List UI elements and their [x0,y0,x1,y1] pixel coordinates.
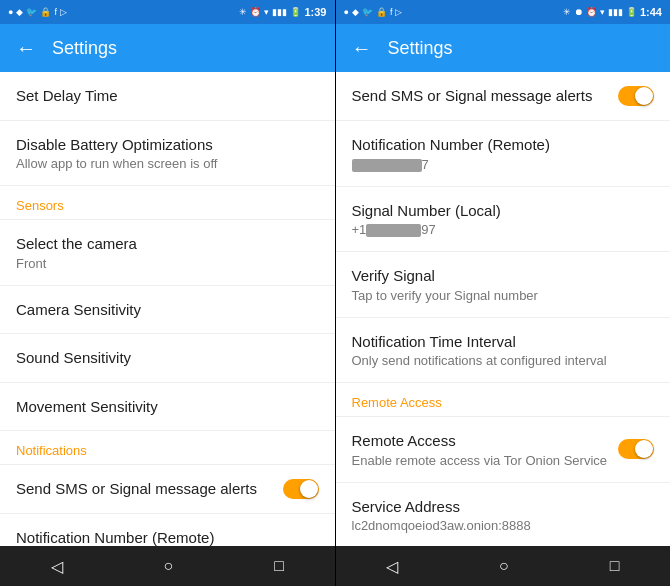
media-icon: ▷ [60,7,67,17]
movement-sensitivity-item[interactable]: Movement Sensitivity [0,383,335,432]
battery-opt-subtitle: Allow app to run when screen is off [16,156,319,171]
sms-signal-toggle-right[interactable] [618,86,654,106]
redacted-signal-number [366,224,421,237]
notif-number-text-right: Notification Number (Remote) 7 [352,135,655,172]
service-address-title: Service Address [352,497,655,517]
set-delay-time-text: Set Delay Time [16,86,319,106]
sms-signal-toggle-left[interactable] [283,479,319,499]
service-address-subtitle: lc2dnomqoeiod3aw.onion:8888 [352,518,655,533]
nav-bar-left: ◁ ○ □ [0,546,335,586]
sound-sensitivity-text: Sound Sensitivity [16,348,319,368]
nav-bar-right: ◁ ○ □ [336,546,671,586]
settings-content-left: Set Delay Time Disable Battery Optimizat… [0,72,335,546]
select-camera-text: Select the camera Front [16,234,319,271]
nav-recent-right[interactable]: □ [602,549,628,583]
battery-opt-item[interactable]: Disable Battery Optimizations Allow app … [0,121,335,187]
verify-signal-subtitle: Tap to verify your Signal number [352,288,655,303]
select-camera-subtitle: Front [16,256,319,271]
signal-bars-icon: ▮▮▮ [272,7,287,17]
battery-opt-text: Disable Battery Optimizations Allow app … [16,135,319,172]
status-bar-right: ● ◆ 🐦 🔒 f ▷ ✳ ⏺ ⏰ ▾ ▮▮▮ 🔋 1:44 [336,0,671,24]
signal-bars-icon-r: ▮▮▮ [608,7,623,17]
nav-back-right[interactable]: ◁ [378,549,406,584]
app-bar-right: ← Settings [336,24,671,72]
verify-signal-item[interactable]: Verify Signal Tap to verify your Signal … [336,252,671,318]
fb-icon-r: f [390,7,393,17]
camera-sensitivity-text: Camera Sensitivity [16,300,319,320]
lock-icon: 🔒 [40,7,51,17]
sms-signal-text-left: Send SMS or Signal message alerts [16,479,275,499]
remote-access-toggle-knob [635,440,653,458]
settings-content-right: Send SMS or Signal message alerts Notifi… [336,72,671,546]
notif-interval-text: Notification Time Interval Only send not… [352,332,655,369]
notif-number-title-left: Notification Number (Remote) [16,528,319,546]
notif-number-item-left[interactable]: Notification Number (Remote) 7 [0,514,335,546]
remote-access-toggle[interactable] [618,439,654,459]
select-camera-item[interactable]: Select the camera Front [0,220,335,286]
sms-signal-title-right: Send SMS or Signal message alerts [352,86,611,106]
service-address-text: Service Address lc2dnomqoeiod3aw.onion:8… [352,497,655,534]
nav-home-right[interactable]: ○ [491,549,517,583]
lock-icon-r: 🔒 [376,7,387,17]
back-button-right[interactable]: ← [352,37,372,60]
signal-icon: ● [8,7,13,17]
record-icon-r: ⏺ [574,7,583,17]
camera-sensitivity-item[interactable]: Camera Sensitivity [0,286,335,335]
verify-signal-title: Verify Signal [352,266,655,286]
notif-number-subtitle-right: 7 [352,157,655,172]
redacted-number-right [352,159,422,172]
movement-sensitivity-title: Movement Sensitivity [16,397,319,417]
twitter-icon: 🐦 [26,7,37,17]
app-bar-title-left: Settings [52,38,117,59]
battery-icon: 🔋 [290,7,301,17]
sms-signal-item-right[interactable]: Send SMS or Signal message alerts [336,72,671,121]
nav-home-left[interactable]: ○ [156,549,182,583]
sms-signal-text-right: Send SMS or Signal message alerts [352,86,611,106]
signal-number-item[interactable]: Signal Number (Local) +197 [336,187,671,253]
wifi-icon-r: ▾ [600,7,605,17]
notifications-section-header: Notifications [0,431,335,465]
status-time-right: 1:44 [640,6,662,18]
notif-number-text-left: Notification Number (Remote) 7 [16,528,319,546]
remote-access-section-header: Remote Access [336,383,671,417]
set-delay-time-item[interactable]: Set Delay Time [0,72,335,121]
sms-signal-item-left[interactable]: Send SMS or Signal message alerts [0,465,335,514]
signal-number-subtitle: +197 [352,222,655,237]
status-bar-left: ● ◆ 🐦 🔒 f ▷ ✳ ⏰ ▾ ▮▮▮ 🔋 1:39 [0,0,335,24]
signal-icon-r: ● [344,7,349,17]
battery-opt-title: Disable Battery Optimizations [16,135,319,155]
remote-access-item[interactable]: Remote Access Enable remote access via T… [336,417,671,483]
media-icon-r: ▷ [395,7,402,17]
camera-sensitivity-title: Camera Sensitivity [16,300,319,320]
app-bar-left: ← Settings [0,24,335,72]
alarm-icon-r: ⏰ [586,7,597,17]
signal-number-title: Signal Number (Local) [352,201,655,221]
right-screen: ● ◆ 🐦 🔒 f ▷ ✳ ⏺ ⏰ ▾ ▮▮▮ 🔋 1:44 ← Setting… [336,0,671,586]
sms-signal-toggle-knob-right [635,87,653,105]
battery-icon-r: 🔋 [626,7,637,17]
nav-recent-left[interactable]: □ [266,549,292,583]
twitter-icon-r: 🐦 [362,7,373,17]
notif-number-item-right[interactable]: Notification Number (Remote) 7 [336,121,671,187]
service-address-item[interactable]: Service Address lc2dnomqoeiod3aw.onion:8… [336,483,671,546]
alarm-icon: ⏰ [250,7,261,17]
back-button-left[interactable]: ← [16,37,36,60]
data-icon: ◆ [16,7,23,17]
data-icon-r: ◆ [352,7,359,17]
notif-interval-item[interactable]: Notification Time Interval Only send not… [336,318,671,384]
remote-access-title: Remote Access [352,431,611,451]
movement-sensitivity-text: Movement Sensitivity [16,397,319,417]
remote-access-text: Remote Access Enable remote access via T… [352,431,611,468]
notif-number-title-right: Notification Number (Remote) [352,135,655,155]
sound-sensitivity-title: Sound Sensitivity [16,348,319,368]
sound-sensitivity-item[interactable]: Sound Sensitivity [0,334,335,383]
sensors-section-header: Sensors [0,186,335,220]
status-time-left: 1:39 [304,6,326,18]
fb-icon: f [54,7,57,17]
status-icons-right-left: ● ◆ 🐦 🔒 f ▷ [344,7,403,17]
nav-back-left[interactable]: ◁ [43,549,71,584]
left-screen: ● ◆ 🐦 🔒 f ▷ ✳ ⏰ ▾ ▮▮▮ 🔋 1:39 ← Settings … [0,0,335,586]
notif-interval-subtitle: Only send notifications at configured in… [352,353,655,368]
bt-icon: ✳ [239,7,247,17]
verify-signal-text: Verify Signal Tap to verify your Signal … [352,266,655,303]
